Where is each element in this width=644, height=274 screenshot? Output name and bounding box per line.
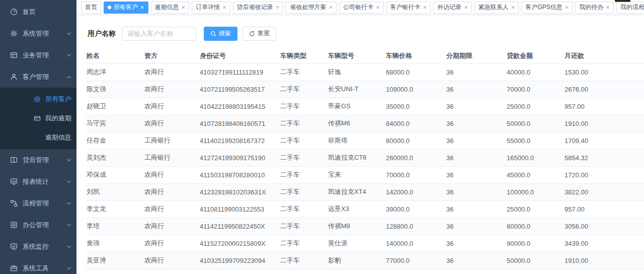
- tab[interactable]: 首页: [81, 2, 101, 14]
- tab[interactable]: 所有客户 ×: [104, 2, 148, 14]
- tab[interactable]: 逾期信息 ×: [151, 2, 190, 14]
- sidebar-item-business-mgmt[interactable]: 业务管理: [0, 44, 76, 66]
- sidebar-item-label: 办公管理: [23, 221, 67, 230]
- sidebar-item-all-customers[interactable]: 所有客户: [0, 90, 76, 109]
- tab[interactable]: 外访记录 ×: [433, 2, 472, 14]
- cell-id-number: 411503198708280010: [200, 166, 280, 183]
- tab-label: 客户银行卡: [390, 3, 421, 12]
- cell-price: 128800.0: [386, 218, 446, 235]
- close-icon[interactable]: ×: [140, 4, 144, 11]
- sidebar-item-report-stats[interactable]: 报表统计: [0, 171, 76, 192]
- close-icon[interactable]: ×: [376, 4, 380, 11]
- sidebar-item-overdue-info[interactable]: 逾期信息: [0, 128, 76, 147]
- cell-funder: 农商行: [144, 183, 200, 200]
- cell-model: 传祺M8: [328, 218, 386, 235]
- sidebar-item-label: 贷后管理: [23, 156, 67, 165]
- tab[interactable]: 催收处理方案 ×: [286, 2, 337, 14]
- active-dot-icon: [108, 6, 111, 9]
- cell-id-number: 410721199505263517: [200, 81, 280, 98]
- dashboard-icon: [10, 8, 18, 16]
- close-icon[interactable]: ×: [606, 4, 610, 11]
- cell-loan: 40000.0: [507, 63, 565, 81]
- book-icon: [10, 156, 18, 164]
- sidebar-item-home[interactable]: 首页: [0, 1, 76, 23]
- cell-model: 帝豪GS: [328, 98, 386, 115]
- cell-price: 68000.0: [386, 63, 446, 81]
- tab-label: 所有客户: [114, 3, 138, 12]
- tab[interactable]: 订单详情 ×: [192, 2, 230, 14]
- tab-label: 催收处理方案: [290, 3, 326, 12]
- table-row: 贾朝伟 农商行 410322199011243057 二手车 哈弗H6 7500…: [87, 269, 644, 274]
- chevron-down-icon: [67, 157, 71, 161]
- tab[interactable]: 我的待办 ×: [575, 2, 614, 14]
- close-icon[interactable]: ×: [511, 4, 515, 11]
- sidebar-item-postloan-mgmt[interactable]: 贷后管理: [0, 149, 76, 171]
- sidebar-item-process-mgmt[interactable]: 流程管理: [0, 192, 76, 214]
- tab-label: 首页: [85, 3, 97, 12]
- cell-vehicle-type: 二手车: [280, 183, 328, 200]
- sidebar-item-system-mgmt[interactable]: 系统管理: [0, 23, 76, 44]
- sidebar-subitem-label: 所有客户: [45, 95, 71, 104]
- close-icon[interactable]: ×: [222, 4, 226, 11]
- monitor-icon: [10, 243, 18, 250]
- cell-funder: 工商银行: [144, 132, 200, 149]
- sidebar-item-label: 客户管理: [23, 73, 67, 82]
- cell-name: 吴亚博: [87, 252, 144, 269]
- tab[interactable]: 贷后催收记录 ×: [233, 2, 284, 14]
- sidebar-item-office-mgmt[interactable]: 办公管理: [0, 214, 76, 236]
- cell-funder: 农商行: [144, 115, 200, 132]
- sidebar-item-label: 系统管理: [23, 29, 67, 38]
- sidebar-subitem-label: 逾期信息: [45, 133, 71, 142]
- sidebar-item-my-overdue[interactable]: 我的逾期: [0, 109, 76, 128]
- cell-term: 36: [446, 235, 507, 252]
- sidebar-item-label: 流程管理: [23, 199, 67, 208]
- sidebar-item-system-tools[interactable]: 系统工具: [0, 257, 76, 274]
- gear-icon: [10, 30, 18, 37]
- cell-id-number: 41152720000215809X: [200, 235, 280, 252]
- tab[interactable]: 客户GPS信息 ×: [521, 2, 573, 14]
- cell-id-number: 41142119950822450X: [200, 218, 280, 235]
- reset-button[interactable]: 重置: [243, 27, 276, 41]
- cell-id-number: 410322199011243057: [200, 269, 280, 274]
- cell-vehicle-type: 二手车: [280, 149, 328, 166]
- customer-mgmt-submenu: 所有客户 我的逾期 逾期信息: [0, 88, 76, 149]
- sidebar-item-customer-mgmt[interactable]: 客户管理: [0, 66, 76, 88]
- close-icon[interactable]: ×: [276, 4, 280, 11]
- cell-id-number: 411081199003122553: [200, 200, 280, 218]
- cell-vehicle-type: 二手车: [280, 98, 328, 115]
- tab[interactable]: 紧急联系人 ×: [474, 2, 519, 14]
- cell-price: 84000.0: [386, 115, 446, 132]
- sidebar-item-system-monitor[interactable]: 系统监控: [0, 236, 76, 257]
- cell-vehicle-type: 二手车: [280, 81, 328, 98]
- close-icon[interactable]: ×: [464, 4, 468, 11]
- cell-monthly: 1910.00: [565, 252, 625, 269]
- close-icon[interactable]: ×: [182, 4, 186, 11]
- cell-name: 李培: [87, 218, 144, 235]
- grid-icon: [10, 51, 18, 59]
- col-header-funder: 资方: [144, 48, 200, 63]
- cell-price: 142000.0: [386, 183, 446, 200]
- card-icon: [33, 114, 41, 122]
- close-icon[interactable]: ×: [565, 4, 569, 11]
- col-header-price: 车辆价格: [386, 48, 446, 63]
- tab-label: 紧急联系人: [478, 3, 509, 12]
- search-input[interactable]: [122, 27, 196, 41]
- cell-vehicle-type: 二手车: [280, 63, 328, 81]
- sidebar-item-label: 业务管理: [23, 51, 67, 60]
- cell-monthly: 1709.40: [565, 132, 625, 149]
- cell-monthly: 3439.00: [565, 235, 625, 252]
- cell-loan: 50000.0: [507, 252, 565, 269]
- cell-term: 36: [446, 81, 507, 98]
- close-icon[interactable]: ×: [329, 4, 333, 11]
- tab[interactable]: 公司银行卡 ×: [339, 2, 384, 14]
- main-area: 首页 所有客户 × 逾期信息 × 订单详情 ×: [76, 0, 644, 274]
- tab[interactable]: 客户银行卡 ×: [386, 2, 431, 14]
- cell-id-number: 410327199111112819: [200, 63, 280, 81]
- cell-name: 陈文强: [87, 81, 144, 98]
- table-header-row: 姓名 资方 身份证号 车辆类型 车辆型号 车辆价格 分期期限 贷款金额 月还款 …: [87, 48, 644, 63]
- user-icon: [10, 73, 18, 81]
- search-button[interactable]: 搜索: [204, 27, 237, 41]
- close-icon[interactable]: ×: [423, 4, 427, 11]
- avatar[interactable]: [615, 0, 630, 2]
- tab[interactable]: 我的流程 ×: [616, 2, 644, 14]
